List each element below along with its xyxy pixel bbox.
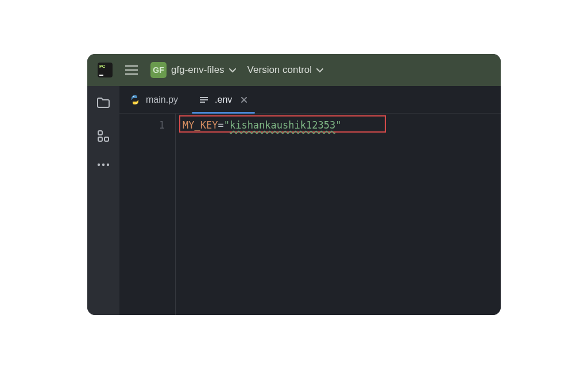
project-name: gfg-env-files bbox=[171, 64, 225, 76]
generic-file-icon bbox=[199, 95, 209, 105]
chevron-down-icon bbox=[316, 68, 322, 72]
code-editor[interactable]: 1 MY_KEY="kishankaushik12353" bbox=[119, 114, 501, 315]
project-tool-icon[interactable] bbox=[96, 96, 110, 109]
line-number: 1 bbox=[119, 117, 165, 133]
line-number-gutter: 1 bbox=[119, 114, 176, 315]
chevron-down-icon bbox=[229, 68, 235, 72]
main-area: main.py .env bbox=[87, 86, 501, 315]
svg-rect-0 bbox=[98, 131, 102, 135]
env-value-token: kishankaushik12353 bbox=[230, 119, 335, 131]
svg-rect-1 bbox=[98, 137, 102, 141]
project-selector[interactable]: GF gfg-env-files bbox=[150, 62, 235, 78]
svg-point-5 bbox=[107, 164, 109, 166]
tab-label: .env bbox=[215, 95, 232, 105]
tab-main-py[interactable]: main.py bbox=[119, 86, 188, 113]
quote-token: " bbox=[224, 119, 230, 131]
more-tools-icon[interactable] bbox=[97, 163, 110, 166]
svg-point-3 bbox=[98, 164, 100, 166]
svg-point-7 bbox=[136, 102, 137, 103]
title-bar: PC GF gfg-env-files Version control bbox=[87, 54, 501, 86]
version-control-menu[interactable]: Version control bbox=[247, 64, 322, 76]
editor-panel: main.py .env bbox=[119, 86, 501, 315]
version-control-label: Version control bbox=[247, 64, 312, 76]
main-menu-icon[interactable] bbox=[125, 65, 138, 75]
left-tool-rail bbox=[87, 86, 119, 315]
svg-point-6 bbox=[133, 96, 134, 97]
code-content[interactable]: MY_KEY="kishankaushik12353" bbox=[176, 114, 501, 315]
ide-window: PC GF gfg-env-files Version control bbox=[87, 54, 501, 315]
quote-token: " bbox=[335, 119, 341, 131]
operator-token: = bbox=[218, 119, 223, 131]
close-tab-icon[interactable] bbox=[240, 96, 248, 104]
svg-point-4 bbox=[102, 164, 105, 166]
python-file-icon bbox=[130, 95, 140, 105]
pycharm-app-icon[interactable]: PC bbox=[98, 63, 113, 77]
project-badge: GF bbox=[150, 62, 167, 78]
code-line[interactable]: MY_KEY="kishankaushik12353" bbox=[176, 117, 501, 133]
svg-rect-2 bbox=[105, 137, 109, 141]
app-icon-text: PC bbox=[99, 64, 105, 69]
tab-label: main.py bbox=[146, 95, 178, 105]
editor-tab-bar: main.py .env bbox=[119, 86, 501, 114]
tab-env[interactable]: .env bbox=[188, 86, 258, 113]
env-key-token: MY_KEY bbox=[183, 119, 218, 131]
structure-tool-icon[interactable] bbox=[97, 130, 110, 142]
